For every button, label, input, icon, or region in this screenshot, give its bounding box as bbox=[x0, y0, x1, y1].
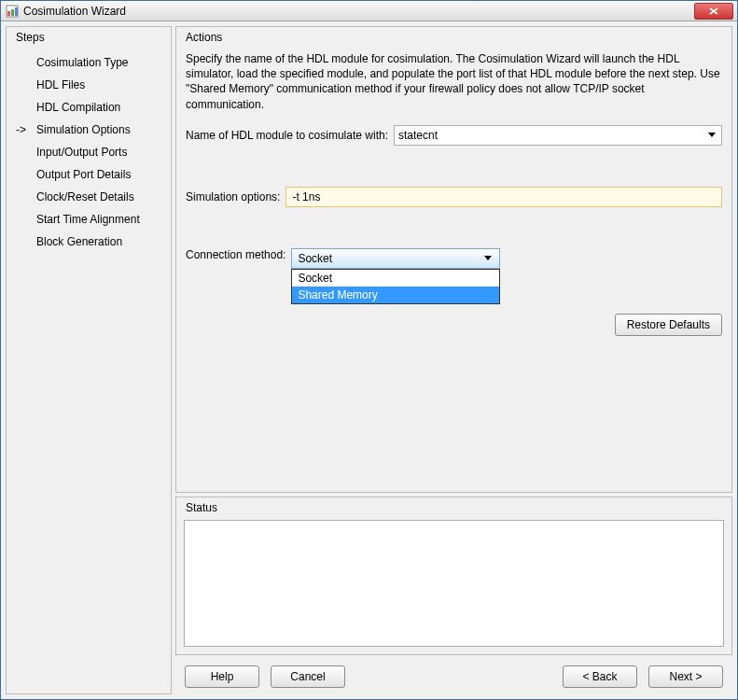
status-title: Status bbox=[184, 501, 724, 514]
chevron-down-icon bbox=[704, 128, 719, 143]
chevron-down-icon bbox=[480, 251, 495, 266]
connection-row: Connection method: Socket Socket Shared … bbox=[184, 245, 724, 273]
svg-rect-2 bbox=[11, 9, 14, 16]
svg-rect-3 bbox=[15, 7, 18, 16]
step-simulation-options[interactable]: Simulation Options bbox=[14, 119, 163, 141]
help-button[interactable]: Help bbox=[185, 665, 259, 688]
dropdown-item-shared-memory[interactable]: Shared Memory bbox=[292, 287, 499, 303]
connection-wrap: Socket Socket Shared Memory bbox=[291, 248, 500, 269]
actions-description: Specify the name of the HDL module for c… bbox=[184, 48, 724, 121]
status-box bbox=[184, 520, 724, 647]
steps-title: Steps bbox=[14, 31, 163, 44]
actions-title: Actions bbox=[184, 31, 724, 44]
step-start-time-alignment[interactable]: Start Time Alignment bbox=[14, 208, 163, 231]
step-output-port-details[interactable]: Output Port Details bbox=[14, 163, 163, 186]
steps-panel: Steps Cosimulation Type HDL Files HDL Co… bbox=[6, 26, 172, 694]
connection-combo[interactable]: Socket bbox=[291, 248, 500, 269]
status-panel: Status bbox=[175, 497, 732, 655]
step-clock-reset-details[interactable]: Clock/Reset Details bbox=[14, 186, 163, 208]
close-button[interactable] bbox=[694, 3, 733, 20]
module-row: Name of HDL module to cosimulate with: s… bbox=[184, 121, 724, 149]
svg-marker-6 bbox=[708, 133, 716, 137]
simopts-input[interactable] bbox=[285, 187, 722, 207]
window-title: Cosimulation Wizard bbox=[23, 5, 694, 18]
right-column: Actions Specify the name of the HDL modu… bbox=[175, 26, 732, 694]
step-hdl-compilation[interactable]: HDL Compilation bbox=[14, 96, 163, 119]
module-label: Name of HDL module to cosimulate with: bbox=[186, 129, 388, 142]
connection-dropdown: Socket Shared Memory bbox=[291, 269, 500, 304]
module-value: statecnt bbox=[398, 129, 438, 142]
close-icon bbox=[709, 7, 718, 15]
steps-list: Cosimulation Type HDL Files HDL Compilat… bbox=[14, 48, 163, 257]
restore-defaults-button[interactable]: Restore Defaults bbox=[615, 314, 722, 336]
simopts-row: Simulation options: bbox=[184, 183, 724, 211]
body-area: Steps Cosimulation Type HDL Files HDL Co… bbox=[1, 21, 737, 699]
step-cosimulation-type[interactable]: Cosimulation Type bbox=[14, 51, 163, 74]
button-bar: Help Cancel < Back Next > bbox=[175, 659, 732, 694]
cancel-button[interactable]: Cancel bbox=[271, 665, 345, 688]
step-input-output-ports[interactable]: Input/Output Ports bbox=[14, 141, 163, 163]
simopts-label: Simulation options: bbox=[186, 190, 280, 203]
step-block-generation[interactable]: Block Generation bbox=[14, 231, 163, 253]
next-button[interactable]: Next > bbox=[648, 665, 723, 688]
connection-label: Connection method: bbox=[186, 248, 285, 261]
titlebar: Cosimulation Wizard bbox=[1, 1, 737, 21]
connection-value: Socket bbox=[298, 252, 332, 265]
wizard-window: Cosimulation Wizard Steps Cosimulation T… bbox=[0, 0, 738, 700]
app-icon bbox=[5, 4, 20, 19]
step-hdl-files[interactable]: HDL Files bbox=[14, 74, 163, 96]
svg-marker-7 bbox=[484, 256, 492, 260]
back-button[interactable]: < Back bbox=[563, 665, 637, 688]
module-combo[interactable]: statecnt bbox=[394, 125, 722, 146]
actions-panel: Actions Specify the name of the HDL modu… bbox=[175, 26, 732, 493]
svg-rect-1 bbox=[7, 11, 10, 16]
dropdown-item-socket[interactable]: Socket bbox=[292, 270, 499, 287]
